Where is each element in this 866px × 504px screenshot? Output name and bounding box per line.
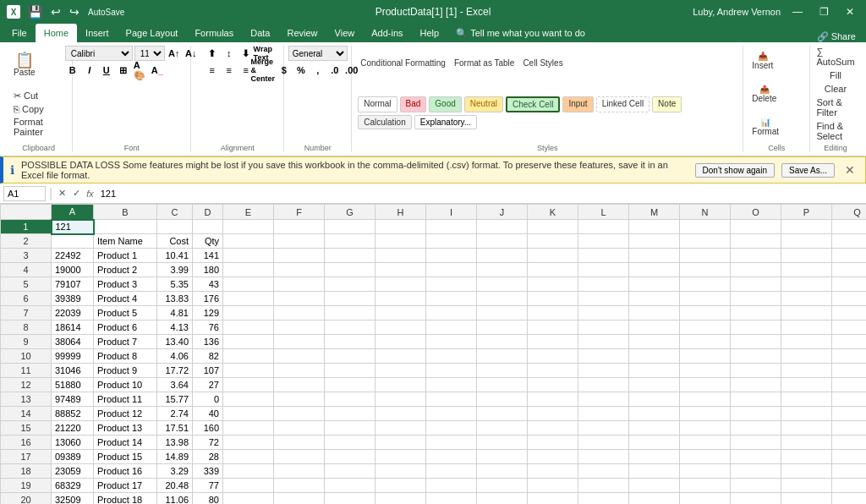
- cell-empty-16-11[interactable]: [781, 436, 832, 450]
- cell-empty-16-2[interactable]: [325, 436, 375, 450]
- cell-empty-13-0[interactable]: [223, 392, 274, 407]
- cell-empty-9-12[interactable]: [832, 335, 867, 349]
- cell-empty-4-1[interactable]: [274, 263, 325, 277]
- cell-empty-6-11[interactable]: [781, 292, 832, 306]
- cell-empty-19-2[interactable]: [325, 479, 375, 493]
- cell-empty-4-3[interactable]: [375, 263, 426, 277]
- cell-a20[interactable]: 32509: [52, 493, 94, 505]
- cell-empty-10-12[interactable]: [832, 349, 867, 364]
- col-header-i[interactable]: I: [426, 205, 477, 220]
- cell-empty-18-8[interactable]: [629, 464, 680, 479]
- font-color-btn[interactable]: A_: [150, 63, 165, 78]
- linked-style-box[interactable]: Linked Cell: [596, 96, 650, 112]
- cell-empty-15-3[interactable]: [375, 421, 426, 436]
- cell-empty-14-0[interactable]: [223, 407, 274, 421]
- cell-empty-2-4[interactable]: [426, 234, 477, 249]
- cell-empty-7-7[interactable]: [578, 306, 629, 320]
- cell-empty-19-6[interactable]: [528, 479, 578, 493]
- tab-help[interactable]: Help: [412, 24, 448, 42]
- cell-empty-3-9[interactable]: [680, 249, 731, 263]
- cell-empty-8-7[interactable]: [578, 320, 629, 335]
- cell-empty-14-3[interactable]: [375, 407, 426, 421]
- cell-empty-2-2[interactable]: [325, 234, 375, 249]
- cell-empty-17-9[interactable]: [680, 450, 731, 464]
- cell-b19[interactable]: Product 17: [94, 479, 157, 493]
- row-header-19[interactable]: 19: [1, 479, 52, 493]
- cell-c9[interactable]: 13.40: [157, 335, 193, 349]
- bad-style-box[interactable]: Bad: [400, 96, 427, 112]
- cell-empty-7-4[interactable]: [426, 306, 477, 320]
- font-size-select[interactable]: 11: [134, 46, 165, 61]
- cell-empty-5-4[interactable]: [426, 277, 477, 292]
- cell-empty-9-8[interactable]: [629, 335, 680, 349]
- cell-empty-6-9[interactable]: [680, 292, 731, 306]
- cell-empty-5-12[interactable]: [832, 277, 867, 292]
- cell-b13[interactable]: Product 11: [94, 392, 157, 407]
- merge-center-btn[interactable]: Merge & Center: [255, 63, 271, 78]
- cell-reference-box[interactable]: [3, 186, 46, 201]
- cell-empty-5-7[interactable]: [578, 277, 629, 292]
- copy-button[interactable]: ⎘ Copy: [10, 103, 67, 115]
- cell-b14[interactable]: Product 12: [94, 407, 157, 421]
- cell-a1[interactable]: 121: [52, 220, 94, 234]
- cell-empty-16-1[interactable]: [274, 436, 325, 450]
- cell-empty-20-4[interactable]: [426, 493, 477, 505]
- cell-empty-5-6[interactable]: [528, 277, 578, 292]
- cell-b4[interactable]: Product 2: [94, 263, 157, 277]
- cell-empty-8-3[interactable]: [375, 320, 426, 335]
- cell-c8[interactable]: 4.13: [157, 320, 193, 335]
- cell-d15[interactable]: 160: [193, 421, 223, 436]
- cell-empty-19-8[interactable]: [629, 479, 680, 493]
- cell-empty-16-4[interactable]: [426, 436, 477, 450]
- tab-review[interactable]: Review: [278, 24, 326, 42]
- cell-a4[interactable]: 19000: [52, 263, 94, 277]
- cell-empty-17-10[interactable]: [731, 450, 781, 464]
- cell-empty-1-6[interactable]: [528, 220, 578, 234]
- fill-color-btn[interactable]: A🎨: [133, 63, 148, 78]
- cell-c4[interactable]: 3.99: [157, 263, 193, 277]
- cell-empty-8-4[interactable]: [426, 320, 477, 335]
- cell-empty-11-6[interactable]: [528, 364, 578, 378]
- cell-empty-12-1[interactable]: [274, 378, 325, 392]
- cell-empty-12-12[interactable]: [832, 378, 867, 392]
- input-style-box[interactable]: Input: [562, 96, 593, 112]
- cell-empty-16-6[interactable]: [528, 436, 578, 450]
- find-select-btn[interactable]: Find & Select: [813, 120, 858, 142]
- tab-file[interactable]: File: [3, 24, 36, 42]
- cell-empty-10-1[interactable]: [274, 349, 325, 364]
- cell-c17[interactable]: 14.89: [157, 450, 193, 464]
- autosum-btn[interactable]: ∑ AutoSum: [813, 46, 858, 68]
- cell-empty-2-11[interactable]: [781, 234, 832, 249]
- cell-b10[interactable]: Product 8: [94, 349, 157, 364]
- col-header-j[interactable]: J: [477, 205, 528, 220]
- col-header-k[interactable]: K: [528, 205, 578, 220]
- cell-empty-19-1[interactable]: [274, 479, 325, 493]
- cell-empty-18-2[interactable]: [325, 464, 375, 479]
- cell-c11[interactable]: 17.72: [157, 364, 193, 378]
- insert-cells-btn[interactable]: 📥 Insert: [748, 50, 776, 72]
- row-header-2[interactable]: 2: [1, 234, 52, 249]
- save-quick-btn[interactable]: 💾: [25, 4, 45, 19]
- cell-empty-6-6[interactable]: [528, 292, 578, 306]
- cell-empty-7-3[interactable]: [375, 306, 426, 320]
- cell-empty-6-10[interactable]: [731, 292, 781, 306]
- cell-empty-1-2[interactable]: [325, 220, 375, 234]
- cell-empty-3-1[interactable]: [274, 249, 325, 263]
- cell-empty-13-7[interactable]: [578, 392, 629, 407]
- cell-empty-13-11[interactable]: [781, 392, 832, 407]
- cell-empty-3-11[interactable]: [781, 249, 832, 263]
- cell-empty-7-1[interactable]: [274, 306, 325, 320]
- cell-empty-18-6[interactable]: [528, 464, 578, 479]
- col-header-c[interactable]: C: [157, 205, 193, 220]
- restore-btn[interactable]: ❐: [814, 4, 834, 19]
- col-header-n[interactable]: N: [680, 205, 731, 220]
- cell-a19[interactable]: 68329: [52, 479, 94, 493]
- cell-empty-5-1[interactable]: [274, 277, 325, 292]
- row-header-4[interactable]: 4: [1, 263, 52, 277]
- cell-c1[interactable]: [157, 220, 193, 234]
- cell-empty-20-5[interactable]: [477, 493, 528, 505]
- cell-empty-17-6[interactable]: [528, 450, 578, 464]
- cell-a6[interactable]: 39389: [52, 292, 94, 306]
- cell-d1[interactable]: [193, 220, 223, 234]
- cell-c15[interactable]: 17.51: [157, 421, 193, 436]
